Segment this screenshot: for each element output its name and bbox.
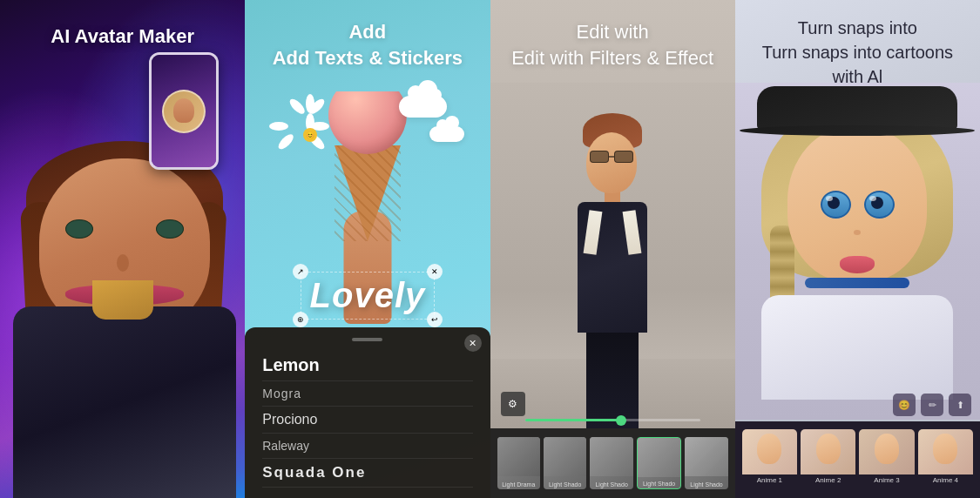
anime-preview-3	[859, 429, 914, 474]
ice-cream-cone	[335, 145, 401, 241]
export-icon-btn[interactable]: ⬆	[949, 394, 971, 416]
anime-label-1: Anime 1	[742, 476, 797, 484]
card-ai-avatar: AI Avatar Maker	[0, 0, 245, 498]
cloud-sticker-2	[429, 126, 464, 142]
mini-avatar	[162, 90, 206, 133]
lovely-text: Lovely	[310, 276, 426, 314]
armor-body	[13, 306, 236, 498]
filter-thumb-4[interactable]: Light Shado	[637, 437, 681, 489]
card-filters-effects: Edit withEdit with Filters & Effect	[490, 0, 735, 498]
daisy-face: 😊	[306, 131, 314, 139]
anime-preview-4	[918, 429, 973, 474]
anime-eyes	[814, 191, 901, 219]
anime-thumb-2[interactable]: Anime 2	[801, 429, 855, 490]
card-3-title: Edit withEdit with Filters & Effect	[490, 19, 735, 71]
lovely-text-area: ↗ ✕ ↩ ⊕ Lovely	[245, 272, 490, 320]
slider-thumb[interactable]	[616, 415, 626, 426]
cloud-sticker-1	[399, 96, 447, 118]
font-item-squada[interactable]: Squada One	[262, 459, 472, 488]
sunglasses	[590, 150, 633, 164]
hat-crown	[757, 86, 957, 130]
anime-choker	[805, 278, 909, 288]
fashion-scene	[490, 83, 735, 428]
font-item-raleway[interactable]: Raleway	[262, 434, 472, 459]
anime-figure	[770, 104, 944, 400]
card-texts-stickers: AddAdd Texts & Stickers 😊	[245, 0, 490, 498]
anime-label-4: Anime 4	[918, 476, 973, 484]
font-item-prociono[interactable]: Prociono	[262, 407, 472, 434]
phone-mockup	[149, 52, 219, 170]
settings-icon[interactable]: ⚙	[501, 392, 525, 416]
anime-label-3: Anime 3	[859, 476, 914, 484]
face-icon: 😊	[898, 400, 910, 411]
close-button[interactable]: ✕	[464, 334, 482, 352]
anime-nose	[854, 230, 861, 235]
right-eye	[156, 219, 184, 239]
font-item-lemon[interactable]: Lemon	[262, 350, 472, 381]
anime-hat	[753, 86, 962, 165]
anime-face-oval-2	[816, 434, 841, 464]
hat-brim	[740, 125, 975, 136]
filter-thumb-2[interactable]: Light Shado	[544, 437, 586, 489]
filter-label-4: Light Shado	[638, 481, 680, 487]
anime-label-2: Anime 2	[801, 476, 855, 484]
anime-right-eye	[864, 191, 895, 219]
nose	[117, 254, 129, 272]
fashion-head	[586, 132, 637, 193]
anime-left-eye	[821, 191, 851, 219]
collar	[92, 280, 153, 320]
edit-icon: ✏	[929, 400, 936, 411]
filter-thumb-5[interactable]: Light Shado	[685, 437, 727, 489]
filter-slider[interactable]	[525, 419, 700, 421]
panel-handle	[352, 338, 382, 341]
filter-thumb-1[interactable]: Light Drama	[497, 437, 540, 489]
copy-handle[interactable]: ⊕	[293, 312, 308, 327]
filter-label-5: Light Shado	[685, 481, 727, 488]
jacket-torso	[578, 202, 647, 333]
anime-preview-1	[742, 429, 797, 474]
daisy-sticker: 😊	[288, 113, 332, 157]
phone-screen	[152, 55, 216, 167]
export-icon: ⬆	[956, 400, 964, 411]
filter-thumb-3[interactable]: Light Shado	[590, 437, 632, 489]
filter-label-2: Light Shado	[544, 481, 586, 488]
card-1-title: AI Avatar Maker	[0, 24, 245, 50]
rotate-handle[interactable]: ↗	[293, 264, 308, 279]
anime-thumb-4[interactable]: Anime 4	[918, 429, 973, 490]
legs	[586, 333, 639, 428]
face-icon-btn[interactable]: 😊	[893, 394, 916, 416]
left-eye	[65, 219, 93, 239]
anime-face-oval-4	[933, 434, 957, 464]
card-4-title: Turn snaps intoTurn snaps into cartoons …	[748, 16, 967, 89]
font-item-mogra[interactable]: Mogra	[262, 381, 472, 407]
card-cartoons-ai: Turn snaps intoTurn snaps into cartoons …	[735, 0, 980, 498]
filter-label-3: Light Shado	[590, 481, 632, 488]
anime-lips	[840, 256, 875, 273]
anime-shoulders	[761, 295, 953, 400]
anime-face-oval-3	[875, 434, 899, 464]
filter-label-1: Light Drama	[497, 481, 540, 488]
filter-strip: Light Drama Light Shado Light Shado Ligh…	[490, 428, 735, 498]
app-screenshot: AI Avatar Maker	[0, 0, 980, 498]
font-panel: ✕ Lemon Mogra Prociono Raleway Squada On…	[245, 327, 490, 498]
fashion-figure	[556, 113, 669, 428]
anime-preview-2	[801, 429, 855, 474]
anime-thumb-1[interactable]: Anime 1	[742, 429, 797, 490]
delete-handle[interactable]: ✕	[427, 264, 443, 279]
slider-fill	[525, 419, 622, 421]
anime-thumb-3[interactable]: Anime 3	[859, 429, 914, 490]
card-2-title: AddAdd Texts & Stickers	[245, 19, 490, 71]
anime-style-carousel: Anime 1 Anime 2 Anime 3 Anime 4	[735, 421, 980, 498]
anime-face-oval-1	[757, 434, 781, 464]
undo-handle[interactable]: ↩	[427, 312, 443, 327]
edit-icon-btn[interactable]: ✏	[921, 394, 943, 416]
anime-face-container	[735, 83, 980, 420]
anime-icons-row: 😊 ✏ ⬆	[735, 394, 980, 416]
